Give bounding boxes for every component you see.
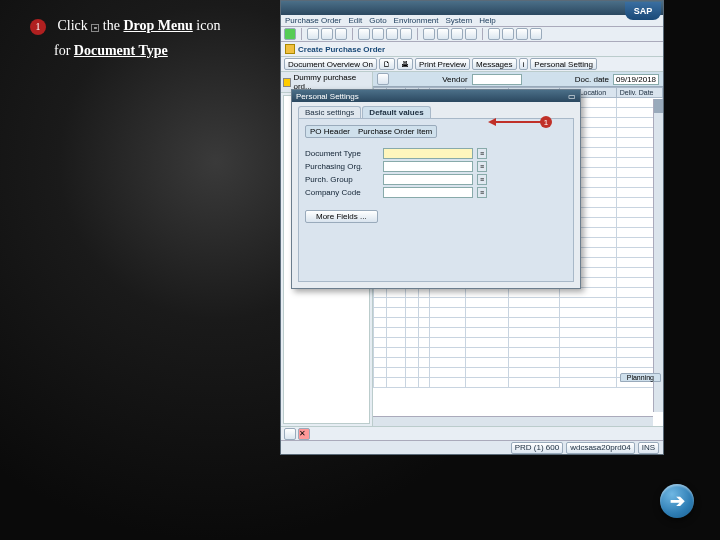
step-badge: 1	[30, 19, 46, 35]
status-ins: INS	[638, 442, 659, 454]
menu-goto[interactable]: Goto	[369, 16, 386, 25]
toolbtn[interactable]	[358, 28, 370, 40]
horizontal-scrollbar[interactable]	[373, 416, 653, 426]
instr-after: icon	[196, 18, 220, 33]
label-purch-org: Purchasing Org.	[305, 162, 375, 171]
callout-arrow: 1	[488, 116, 552, 128]
instr-the: the	[103, 18, 120, 33]
doc-type-f4-icon[interactable]: ≡	[477, 148, 487, 159]
sap-logo: SAP	[625, 2, 661, 20]
toolbtn[interactable]	[335, 28, 347, 40]
docdate-label: Doc. date	[575, 75, 609, 84]
table-row[interactable]	[374, 298, 663, 308]
col[interactable]: Deliv. Date	[616, 88, 662, 98]
quick-toolbar: ✕	[281, 426, 663, 440]
toolbtn[interactable]	[400, 28, 412, 40]
toolbtn[interactable]	[307, 28, 319, 40]
toolbtn[interactable]	[437, 28, 449, 40]
save-icon[interactable]	[284, 428, 296, 440]
toolbtn[interactable]	[516, 28, 528, 40]
menu-system[interactable]: System	[446, 16, 473, 25]
toolbtn[interactable]	[321, 28, 333, 40]
dialog-close-icon[interactable]: ▭	[568, 92, 576, 101]
more-fields-button[interactable]: More Fields ...	[305, 210, 378, 223]
table-row[interactable]	[374, 318, 663, 328]
po-icon	[285, 44, 295, 54]
planning-tab[interactable]: Planning	[620, 373, 661, 382]
docdate-field[interactable]: 09/19/2018	[613, 74, 659, 85]
toolbtn[interactable]	[530, 28, 542, 40]
section-po-header[interactable]: PO Header	[310, 127, 350, 136]
toolbtn[interactable]	[502, 28, 514, 40]
purch-org-f4-icon[interactable]: ≡	[477, 161, 487, 172]
page-title-bar: Create Purchase Order	[281, 42, 663, 57]
toolbtn[interactable]	[372, 28, 384, 40]
section-po-item[interactable]: Purchase Order Item	[358, 127, 432, 136]
purch-group-field[interactable]	[383, 174, 473, 185]
purch-org-field[interactable]	[383, 161, 473, 172]
toolbtn[interactable]	[488, 28, 500, 40]
statusbar: PRD (1) 600 wdcsasa20prd04 INS	[281, 440, 663, 454]
doc-overview-button[interactable]: Document Overview On	[284, 58, 377, 70]
dropmenu-icon: ≡	[91, 24, 99, 32]
row-document-type: Document Type ≡	[305, 148, 567, 159]
row-company-code: Company Code ≡	[305, 187, 567, 198]
sap-window: SAP Purchase Order Edit Goto Environment…	[280, 0, 664, 455]
menu-edit[interactable]: Edit	[348, 16, 362, 25]
cart-icon	[283, 78, 291, 87]
cancel-icon[interactable]: ✕	[298, 428, 310, 440]
vendor-field[interactable]	[472, 74, 522, 85]
status-server: PRD (1) 600	[511, 442, 563, 454]
print-preview-button[interactable]: Print Preview	[415, 58, 470, 70]
callout-number: 1	[540, 116, 552, 128]
instruction-block: 1 Click ≡ the Drop Menu icon for Documen…	[30, 18, 280, 59]
info-icon[interactable]: i	[519, 58, 529, 70]
instr-click: Click	[58, 18, 88, 33]
section-bar: PO Header Purchase Order Item	[305, 125, 437, 138]
instr-for: for	[54, 43, 70, 58]
po-header-strip: Vendor Doc. date 09/19/2018	[373, 72, 663, 87]
table-row[interactable]	[374, 308, 663, 318]
menu-env[interactable]: Environment	[394, 16, 439, 25]
toolbtn[interactable]	[465, 28, 477, 40]
table-row[interactable]	[374, 288, 663, 298]
toolchip[interactable]: 🗋	[379, 58, 395, 70]
table-row[interactable]	[374, 328, 663, 338]
table-row[interactable]	[374, 348, 663, 358]
toolbtn[interactable]	[451, 28, 463, 40]
tab-defaults[interactable]: Default values	[362, 106, 430, 118]
row-purch-org: Purchasing Org. ≡	[305, 161, 567, 172]
instr-bold1: Drop Menu	[123, 18, 192, 33]
dialog-title: Personal Settings	[296, 92, 359, 101]
expand-icon[interactable]	[377, 73, 389, 85]
next-button[interactable]: ➔	[660, 484, 694, 518]
toolchip[interactable]: 🖶	[397, 58, 413, 70]
purch-group-f4-icon[interactable]: ≡	[477, 174, 487, 185]
table-row[interactable]	[374, 338, 663, 348]
app-toolbar: Document Overview On 🗋 🖶 Print Preview M…	[281, 57, 663, 72]
toolbtn[interactable]	[423, 28, 435, 40]
instr-bold2: Document Type	[74, 43, 168, 58]
menubar[interactable]: Purchase Order Edit Goto Environment Sys…	[281, 15, 663, 27]
vendor-label: Vendor	[442, 75, 467, 84]
table-row[interactable]	[374, 358, 663, 368]
tab-basic[interactable]: Basic settings	[298, 106, 361, 118]
toolbtn[interactable]	[284, 28, 296, 40]
label-doc-type: Document Type	[305, 149, 375, 158]
toolbtn[interactable]	[386, 28, 398, 40]
main-toolbar	[281, 27, 663, 42]
company-code-field[interactable]	[383, 187, 473, 198]
label-purch-group: Purch. Group	[305, 175, 375, 184]
status-host: wdcsasa20prd04	[566, 442, 634, 454]
doc-type-field[interactable]	[383, 148, 473, 159]
menu-help[interactable]: Help	[479, 16, 495, 25]
personal-settings-dialog: Personal Settings ▭ Basic settings Defau…	[291, 89, 581, 289]
personal-setting-button[interactable]: Personal Setting	[530, 58, 597, 70]
label-company-code: Company Code	[305, 188, 375, 197]
messages-button[interactable]: Messages	[472, 58, 516, 70]
company-code-f4-icon[interactable]: ≡	[477, 187, 487, 198]
dialog-titlebar: Personal Settings ▭	[292, 90, 580, 102]
menu-po[interactable]: Purchase Order	[285, 16, 341, 25]
dialog-body: PO Header Purchase Order Item Document T…	[298, 118, 574, 282]
vertical-scrollbar[interactable]	[653, 99, 663, 412]
